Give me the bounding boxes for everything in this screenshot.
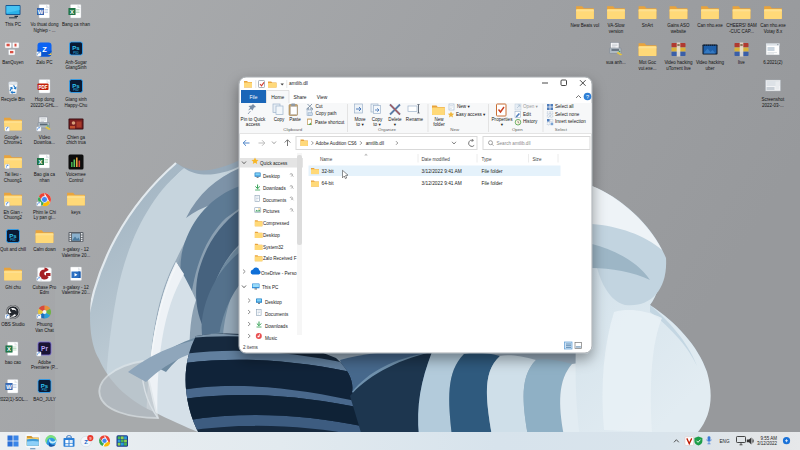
svg-text:-CUC CAP...: -CUC CAP... — [729, 29, 754, 34]
svg-text:File folder: File folder — [482, 181, 503, 186]
svg-text:File folder: File folder — [482, 169, 503, 174]
svg-text:Control: Control — [69, 178, 84, 183]
svg-text:uber: uber — [705, 66, 715, 71]
svg-text:nhan: nhan — [39, 178, 50, 183]
svg-text:6.2021(2): 6.2021(2) — [763, 60, 783, 65]
svg-text:Ghi chu: Ghi chu — [5, 285, 21, 290]
svg-text:Zalo PC: Zalo PC — [36, 60, 53, 65]
svg-text:Clipboard: Clipboard — [283, 127, 302, 132]
svg-text:Name: Name — [320, 157, 333, 162]
svg-text:Select none: Select none — [555, 112, 580, 117]
svg-text:Premiere (P...: Premiere (P... — [31, 365, 58, 370]
svg-text:Music: Music — [265, 336, 278, 341]
svg-text:Documents: Documents — [265, 312, 289, 317]
svg-text:Select all: Select all — [555, 104, 574, 109]
svg-text:3/12/2022 9:41 AM: 3/12/2022 9:41 AM — [422, 181, 462, 186]
svg-text:New: New — [434, 117, 444, 122]
svg-text:Properties: Properties — [492, 117, 514, 122]
svg-text:vui.exe...: vui.exe... — [638, 66, 656, 71]
svg-text:Copy: Copy — [274, 117, 285, 122]
svg-text:9:55 AM: 9:55 AM — [760, 436, 777, 441]
svg-text:New: New — [450, 127, 460, 132]
svg-text:System32: System32 — [263, 245, 284, 250]
svg-text:Invert selection: Invert selection — [555, 119, 586, 124]
svg-text:sua anh...: sua anh... — [606, 60, 626, 65]
svg-text:Chrome1: Chrome1 — [4, 140, 23, 145]
svg-text:64-bit: 64-bit — [322, 181, 335, 186]
svg-text:3/12/2022 9:41 AM: 3/12/2022 9:41 AM — [422, 169, 462, 174]
svg-text:Search amtlib.dll: Search amtlib.dll — [497, 141, 531, 146]
svg-text:BAO_JULY: BAO_JULY — [33, 397, 56, 402]
svg-text:Valentine 20...: Valentine 20... — [62, 290, 90, 295]
svg-text:Organize: Organize — [378, 127, 396, 132]
svg-text:Move: Move — [354, 117, 366, 122]
svg-text:Paste: Paste — [289, 117, 301, 122]
svg-text:Edit: Edit — [523, 112, 532, 117]
svg-text:2022-03-...: 2022-03-... — [762, 103, 784, 108]
svg-text:?: ? — [586, 94, 589, 100]
svg-text:Copy path: Copy path — [316, 111, 337, 116]
svg-text:2 items: 2 items — [243, 345, 259, 350]
svg-text:Valentine 20...: Valentine 20... — [62, 253, 90, 258]
svg-text:Happy-Chu: Happy-Chu — [65, 103, 88, 108]
svg-text:Adobe Audition CS6: Adobe Audition CS6 — [316, 141, 358, 146]
svg-text:Open: Open — [512, 127, 523, 132]
svg-text:3/12/2022: 3/12/2022 — [757, 441, 778, 446]
svg-text:Desktop: Desktop — [263, 174, 280, 179]
svg-text:Chuong1: Chuong1 — [4, 178, 23, 183]
svg-text:Zalo Received F: Zalo Received F — [263, 256, 297, 261]
svg-text:live: live — [738, 60, 745, 65]
svg-text:Van Chat: Van Chat — [35, 328, 54, 333]
svg-text:Delete: Delete — [388, 117, 402, 122]
svg-text:Votay 8.x: Votay 8.x — [764, 29, 783, 34]
svg-text:Select: Select — [555, 127, 568, 132]
svg-text:BanQuyen: BanQuyen — [2, 60, 24, 65]
svg-text:Cut: Cut — [316, 104, 324, 109]
svg-text:This PC: This PC — [5, 22, 22, 27]
svg-text:Can nho.exe: Can nho.exe — [697, 23, 723, 28]
svg-text:Size: Size — [533, 157, 542, 162]
svg-text:Pin to Quick: Pin to Quick — [241, 117, 266, 122]
svg-text:Type: Type — [482, 157, 492, 162]
svg-text:chich trua: chich trua — [66, 140, 86, 145]
svg-text:Z: Z — [84, 439, 88, 445]
svg-text:View: View — [317, 95, 328, 100]
svg-text:Recycle Bin: Recycle Bin — [1, 97, 25, 102]
svg-text:access: access — [246, 122, 261, 127]
svg-text:New Beats vol: New Beats vol — [571, 23, 600, 28]
svg-text:Ly pan gi...: Ly pan gi... — [34, 215, 56, 220]
svg-text:Home: Home — [271, 95, 284, 100]
svg-text:GiangSinh: GiangSinh — [65, 65, 87, 70]
svg-text:Downloads: Downloads — [265, 324, 288, 329]
svg-text:Open ▾: Open ▾ — [523, 104, 539, 109]
svg-text:amtlib.dll: amtlib.dll — [366, 141, 384, 146]
svg-text:Edm: Edm — [40, 290, 50, 295]
svg-text:2022D-GHL...: 2022D-GHL... — [31, 103, 59, 108]
svg-text:ENG: ENG — [720, 439, 730, 444]
svg-text:Rename: Rename — [406, 117, 424, 122]
svg-text:Copy: Copy — [372, 117, 383, 122]
svg-text:to ▾: to ▾ — [356, 122, 364, 127]
svg-text:Paste shortcut: Paste shortcut — [315, 120, 345, 125]
svg-text:Pictures: Pictures — [263, 209, 280, 214]
svg-text:Quit and chill: Quit and chill — [0, 247, 26, 252]
svg-text:Downloa...: Downloa... — [34, 140, 55, 145]
svg-text:OneDrive - Perso: OneDrive - Perso — [261, 271, 297, 276]
svg-text:Downloads: Downloads — [263, 186, 286, 191]
svg-text:OBS Studio: OBS Studio — [1, 322, 25, 327]
svg-text:SnArt: SnArt — [642, 23, 654, 28]
svg-text:uTorrent live: uTorrent live — [666, 66, 691, 71]
svg-text:This PC: This PC — [262, 285, 279, 290]
svg-text:32-bit: 32-bit — [322, 169, 335, 174]
svg-text:New ▾: New ▾ — [457, 104, 470, 109]
svg-text:Chuong2: Chuong2 — [4, 215, 23, 220]
svg-text:Desktop: Desktop — [265, 300, 282, 305]
svg-text:amtlib.dll: amtlib.dll — [289, 81, 308, 86]
svg-text:Bang ca nhan: Bang ca nhan — [62, 22, 90, 27]
svg-text:website: website — [671, 29, 687, 34]
svg-text:Documents: Documents — [263, 198, 287, 203]
svg-text:2022(1)-SOL...: 2022(1)-SOL... — [0, 397, 28, 402]
svg-text:Date modified: Date modified — [422, 157, 451, 162]
svg-text:bao cao: bao cao — [5, 360, 22, 365]
svg-text:File: File — [250, 95, 258, 100]
